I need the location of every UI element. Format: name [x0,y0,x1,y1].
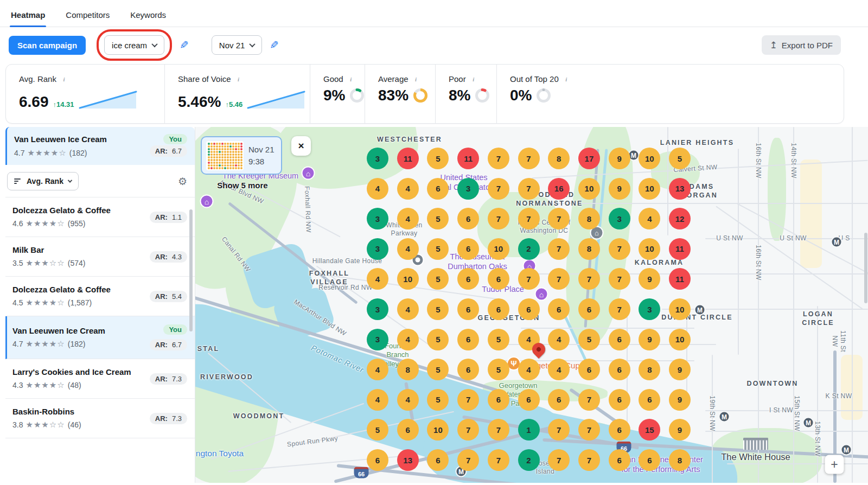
heatmap-rank-dot[interactable]: 5 [427,148,449,169]
heatmap-rank-dot[interactable]: 5 [427,359,449,380]
heatmap-rank-dot[interactable]: 8 [578,238,600,260]
heatmap-rank-dot[interactable]: 10 [639,148,660,169]
heatmap-rank-dot[interactable]: 6 [548,298,570,320]
heatmap-rank-dot[interactable]: 7 [578,449,600,471]
heatmap-rank-dot[interactable]: 5 [578,329,600,350]
heatmap-rank-dot[interactable]: 7 [548,208,570,229]
heatmap-rank-dot[interactable]: 6 [609,329,630,350]
heatmap-rank-dot[interactable]: 13 [669,178,691,200]
heatmap-rank-dot[interactable]: 7 [488,148,509,169]
heatmap-rank-dot[interactable]: 4 [548,359,570,380]
heatmap-rank-dot[interactable]: 5 [427,238,449,260]
competitor-row[interactable]: Baskin-Robbins 3.8 ★★★☆☆ (46) AR:7.3 [5,399,195,438]
heatmap-rank-dot[interactable]: 9 [639,268,660,290]
competitor-row[interactable]: Dolcezza Gelato & Coffee 4.5 ★★★★☆ (1,58… [5,277,195,316]
heatmap-rank-dot[interactable]: 6 [457,238,479,260]
tab-competitors[interactable]: Competitors [65,3,111,27]
info-icon[interactable]: i [235,75,242,83]
heatmap-rank-dot[interactable]: 4 [548,329,570,350]
heatmap-rank-dot[interactable]: 10 [397,268,419,290]
heatmap-rank-dot[interactable]: 6 [427,449,449,471]
heatmap-rank-dot[interactable]: 7 [578,389,600,411]
export-pdf-button[interactable]: ↥ Export to PDF [762,35,841,55]
heatmap-rank-dot[interactable]: 11 [397,148,419,169]
heatmap-rank-dot[interactable]: 7 [548,449,570,471]
competitor-row[interactable]: Dolcezza Gelato & Coffee 4.6 ★★★★☆ (955)… [5,197,195,237]
heatmap-rank-dot[interactable]: 7 [609,298,630,320]
heatmap-rank-dot[interactable]: 8 [669,449,691,471]
plus-icon[interactable]: + [825,455,844,474]
heatmap-rank-dot[interactable]: 7 [457,449,479,471]
heatmap-rank-dot[interactable]: 6 [578,359,600,380]
heatmap-rank-dot[interactable]: 8 [578,208,600,229]
heatmap-rank-dot[interactable]: 11 [669,268,691,290]
tab-heatmap[interactable]: Heatmap [10,3,46,27]
heatmap-rank-dot[interactable]: 7 [548,419,570,441]
heatmap-rank-dot[interactable]: 4 [397,298,419,320]
heatmap-map[interactable]: WESTCHESTERLANIER HEIGHTSADAMS MORGANWOO… [195,127,868,483]
heatmap-rank-dot[interactable]: 5 [427,389,449,411]
heatmap-rank-dot[interactable]: 13 [397,449,419,471]
heatmap-rank-dot[interactable]: 6 [397,419,419,441]
heatmap-rank-dot[interactable]: 6 [548,389,570,411]
competitor-row[interactable]: Milk Bar 3.5 ★★★☆☆ (574) AR:4.3 [5,237,195,277]
gear-icon[interactable]: ⚙ [178,175,187,188]
heatmap-rank-dot[interactable]: 6 [427,178,449,200]
heatmap-rank-dot[interactable]: 7 [457,419,479,441]
info-icon[interactable]: i [412,75,420,83]
heatmap-rank-dot[interactable]: 9 [609,178,630,200]
heatmap-rank-dot[interactable]: 6 [367,449,388,471]
heatmap-rank-dot[interactable]: 8 [548,148,570,169]
heatmap-rank-dot[interactable]: 4 [639,208,660,229]
heatmap-rank-dot[interactable]: 8 [639,359,660,380]
heatmap-rank-dot[interactable]: 7 [548,268,570,290]
heatmap-rank-dot[interactable]: 4 [397,389,419,411]
heatmap-rank-dot[interactable]: 6 [609,449,630,471]
heatmap-rank-dot[interactable]: 6 [488,389,509,411]
location-pin-icon[interactable] [532,343,545,356]
heatmap-rank-dot[interactable]: 6 [457,298,479,320]
info-icon[interactable]: i [563,75,570,83]
heatmap-rank-dot[interactable]: 3 [367,238,388,260]
heatmap-rank-dot[interactable]: 10 [639,238,660,260]
heatmap-rank-dot[interactable]: 15 [639,419,660,441]
heatmap-rank-dot[interactable]: 11 [669,238,691,260]
heatmap-rank-dot[interactable]: 4 [397,238,419,260]
heatmap-rank-dot[interactable]: 4 [367,178,388,200]
scan-campaign-button[interactable]: Scan campaign [9,36,86,55]
sort-select[interactable]: Avg. Rank [7,172,79,190]
map-scrollbar[interactable] [864,233,867,303]
heatmap-rank-dot[interactable]: 7 [609,238,630,260]
heatmap-rank-dot[interactable]: 10 [427,419,449,441]
heatmap-rank-dot[interactable]: 10 [669,329,691,350]
close-icon[interactable]: × [291,136,311,156]
heatmap-rank-dot[interactable]: 7 [488,178,509,200]
heatmap-rank-dot[interactable]: 3 [367,298,388,320]
heatmap-rank-dot[interactable]: 9 [609,148,630,169]
heatmap-rank-dot[interactable]: 7 [548,238,570,260]
heatmap-rank-dot[interactable]: 7 [488,419,509,441]
heatmap-rank-dot[interactable]: 7 [609,268,630,290]
heatmap-rank-dot[interactable]: 9 [669,389,691,411]
heatmap-rank-dot[interactable]: 5 [427,298,449,320]
heatmap-rank-dot[interactable]: 6 [457,208,479,229]
heatmap-rank-dot[interactable]: 7 [518,208,540,229]
heatmap-rank-dot[interactable]: 7 [488,208,509,229]
tab-keywords[interactable]: Keywords [129,3,167,27]
heatmap-rank-dot[interactable]: 3 [367,329,388,350]
heatmap-rank-dot[interactable]: 6 [639,449,660,471]
competitor-row[interactable]: Van Leeuwen Ice Cream 4.7 ★★★★☆ (182) Yo… [5,316,195,359]
heatmap-rank-dot[interactable]: 5 [488,329,509,350]
heatmap-rank-dot[interactable]: 3 [457,178,479,200]
heatmap-rank-dot[interactable]: 5 [427,268,449,290]
heatmap-rank-dot[interactable]: 5 [367,419,388,441]
heatmap-rank-dot[interactable]: 6 [578,298,600,320]
heatmap-rank-dot[interactable]: 12 [669,208,691,229]
heatmap-rank-dot[interactable]: 6 [609,359,630,380]
heatmap-rank-dot[interactable]: 9 [669,359,691,380]
heatmap-rank-dot[interactable]: 5 [427,208,449,229]
heatmap-rank-dot[interactable]: 2 [518,238,540,260]
heatmap-rank-dot[interactable]: 6 [457,268,479,290]
heatmap-rank-dot[interactable]: 6 [518,389,540,411]
sidebar-scrollbar[interactable] [189,209,193,331]
